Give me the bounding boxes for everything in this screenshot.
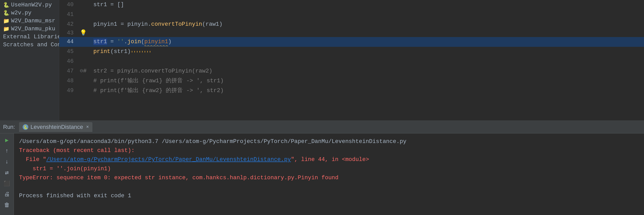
line-content: pinyin1 = pinyin.convertToPinyin(raw1) <box>78 20 644 29</box>
code-line-40: 40 str1 = [] <box>59 0 644 10</box>
sidebar-item-w2v[interactable]: 🐍 w2v.py <box>0 9 59 17</box>
line-content: ⊖# str2 = pinyin.convertToPinyin(raw2) <box>78 66 644 76</box>
file-link[interactable]: /Users/atom-g/PycharmProjects/PyTorch/Pa… <box>46 156 291 163</box>
cmd-output-line: /Users/atom-g/opt/anaconda3/bin/python3.… <box>19 137 639 146</box>
run-tab-levenshtein[interactable]: 🐍 LevenshteinDistance × <box>19 122 92 132</box>
sidebar: 🐍 UseHanW2V.py 🐍 w2v.py 📁 W2V_Danmu_msr … <box>0 0 59 120</box>
line-content: # print(f'输出 {raw1} 的拼音 -> ', str1) <box>78 76 644 86</box>
sidebar-item-label: External Libraries <box>3 34 64 40</box>
code-line-49: 49 # print(f'输出 {raw2} 的拼音 -> ', str2) <box>59 86 644 96</box>
print-button[interactable]: 🖨 <box>2 190 12 199</box>
play-button[interactable]: ▶ <box>2 136 12 145</box>
folder-icon-2: 📁 <box>3 26 10 32</box>
sidebar-item-usehanw2v[interactable]: 🐍 UseHanW2V.py <box>0 1 59 9</box>
line-number: 44 <box>59 37 78 47</box>
tab-name: LevenshteinDistance <box>30 124 83 130</box>
sidebar-item-label: w2v.py <box>11 10 31 16</box>
file-line: File "/Users/atom-g/PycharmProjects/PyTo… <box>19 155 639 164</box>
code-line-41: 41 <box>59 10 644 20</box>
line-number: 49 <box>59 86 78 96</box>
line-number: 41 <box>59 10 78 20</box>
code-line-44: 44 str1 = ''.join(pinyin1) <box>59 37 644 47</box>
run-panel: Run: 🐍 LevenshteinDistance × ▶ ↑ ↓ ⇄ ⬛ 🖨… <box>0 120 644 215</box>
code-line-43: 43 💡 <box>59 29 644 37</box>
sidebar-item-label: W2V_Danmu_pku <box>11 26 55 32</box>
scroll-up-button[interactable]: ↑ <box>2 146 12 156</box>
sidebar-item-w2v-danmu-pku[interactable]: 📁 W2V_Danmu_pku <box>0 25 59 33</box>
run-toolbar: Run: 🐍 LevenshteinDistance × <box>0 121 644 133</box>
line-content: print(str1) <box>78 47 644 57</box>
scroll-down-button[interactable]: ↓ <box>2 157 12 166</box>
sidebar-item-label: W2V_Danmu_msr <box>11 18 55 24</box>
empty-line <box>19 182 639 191</box>
python-icon-2: 🐍 <box>3 10 10 16</box>
line-number: 42 <box>59 20 78 29</box>
code-line-47: 47 ⊖# str2 = pinyin.convertToPinyin(raw2… <box>59 66 644 76</box>
rerun-button[interactable]: ⇄ <box>2 168 12 177</box>
line-number: 47 <box>59 66 78 76</box>
line-number: 48 <box>59 76 78 86</box>
lightbulb-icon[interactable]: 💡 <box>80 29 87 37</box>
stop-button[interactable]: ⬛ <box>2 179 12 188</box>
folder-icon: 📁 <box>3 18 10 24</box>
code-line-46: 46 <box>59 57 644 66</box>
code-content[interactable]: 40 str1 = [] 41 42 pinyin1 = pinyin.conv… <box>59 0 644 120</box>
line-content: # print(f'输出 {raw2} 的拼音 -> ', str2) <box>78 86 644 96</box>
type-error-line: TypeError: sequence item 0: expected str… <box>19 173 639 182</box>
code-line-48: 48 # print(f'输出 {raw1} 的拼音 -> ', str1) <box>59 76 644 86</box>
line-number: 46 <box>59 57 78 66</box>
delete-button[interactable]: 🗑 <box>2 200 12 210</box>
line-number: 45 <box>59 47 78 57</box>
sidebar-item-label: UseHanW2V.py <box>11 2 52 8</box>
run-label: Run: <box>3 124 15 130</box>
tab-python-icon: 🐍 <box>23 124 28 130</box>
code-line-45: 45 print(str1) <box>59 47 644 57</box>
output-area: /Users/atom-g/opt/anaconda3/bin/python3.… <box>14 133 644 215</box>
line-number: 43 <box>59 29 78 37</box>
line-content: str1 = [] <box>78 0 644 10</box>
sidebar-item-external-libraries[interactable]: External Libraries <box>0 33 59 41</box>
line-content: str1 = ''.join(pinyin1) <box>78 37 644 47</box>
sidebar-item-w2v-danmu-msr[interactable]: 📁 W2V_Danmu_msr <box>0 17 59 25</box>
action-bar: ▶ ↑ ↓ ⇄ ⬛ 🖨 🗑 <box>0 133 14 215</box>
traceback-line: Traceback (most recent call last): <box>19 146 639 155</box>
process-finish-line: Process finished with exit code 1 <box>19 191 639 200</box>
code-line-42: 42 pinyin1 = pinyin.convertToPinyin(raw1… <box>59 20 644 29</box>
sidebar-item-scratches[interactable]: Scratches and Consoles <box>0 41 59 49</box>
python-icon: 🐍 <box>3 2 10 8</box>
code-editor: 40 str1 = [] 41 42 pinyin1 = pinyin.conv… <box>59 0 644 120</box>
code-error-line: str1 = ''.join(pinyin1) <box>19 164 639 173</box>
run-body: ▶ ↑ ↓ ⇄ ⬛ 🖨 🗑 /Users/atom-g/opt/anaconda… <box>0 133 644 215</box>
file-line-suffix: ", line 44, in <module> <box>291 156 369 163</box>
line-number: 40 <box>59 0 78 10</box>
tab-close-button[interactable]: × <box>86 124 89 130</box>
